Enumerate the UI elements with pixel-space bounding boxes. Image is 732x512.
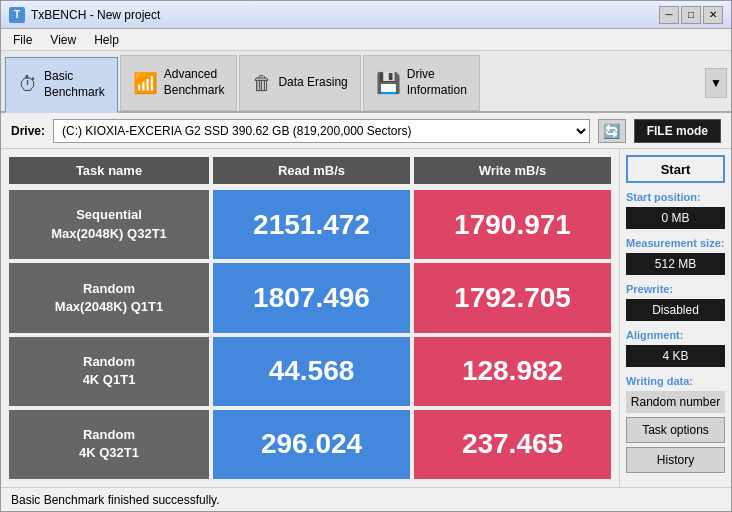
row-write-random-max: 1792.705 xyxy=(414,263,611,332)
measurement-size-value: 512 MB xyxy=(626,253,725,275)
basic-benchmark-label: BasicBenchmark xyxy=(44,69,105,100)
title-bar: T TxBENCH - New project ─ □ ✕ xyxy=(1,1,731,29)
menu-help[interactable]: Help xyxy=(86,31,127,49)
drive-label: Drive: xyxy=(11,124,45,138)
drive-bar: Drive: (C:) KIOXIA-EXCERIA G2 SSD 390.62… xyxy=(1,113,731,149)
alignment-value: 4 KB xyxy=(626,345,725,367)
basic-benchmark-icon: ⏱ xyxy=(18,73,38,96)
row-label-random-max: RandomMax(2048K) Q1T1 xyxy=(9,263,209,332)
drive-information-label: DriveInformation xyxy=(407,67,467,98)
header-task-name: Task name xyxy=(9,157,209,184)
toolbar-dropdown-button[interactable]: ▼ xyxy=(705,68,727,98)
menu-bar: File View Help xyxy=(1,29,731,51)
advanced-benchmark-icon: 📶 xyxy=(133,71,158,95)
table-row: Random4K Q1T1 44.568 128.982 xyxy=(9,337,611,406)
table-row: Random4K Q32T1 296.024 237.465 xyxy=(9,410,611,479)
row-write-random-4k: 128.982 xyxy=(414,337,611,406)
main-content: Task name Read mB/s Write mB/s Sequentia… xyxy=(1,149,731,487)
measurement-size-label: Measurement size: xyxy=(626,237,725,249)
row-read-random-max: 1807.496 xyxy=(213,263,410,332)
writing-data-value: Random number xyxy=(626,391,725,413)
title-bar-left: T TxBENCH - New project xyxy=(9,7,160,23)
status-bar: Basic Benchmark finished successfully. xyxy=(1,487,731,511)
status-text: Basic Benchmark finished successfully. xyxy=(11,493,220,507)
drive-refresh-button[interactable]: 🔄 xyxy=(598,119,626,143)
header-write: Write mB/s xyxy=(414,157,611,184)
tab-data-erasing[interactable]: 🗑 Data Erasing xyxy=(239,55,360,111)
row-read-random-4k-q32: 296.024 xyxy=(213,410,410,479)
history-button[interactable]: History xyxy=(626,447,725,473)
title-controls[interactable]: ─ □ ✕ xyxy=(659,6,723,24)
start-button[interactable]: Start xyxy=(626,155,725,183)
writing-data-label: Writing data: xyxy=(626,375,725,387)
app-icon: T xyxy=(9,7,25,23)
prewrite-label: Prewrite: xyxy=(626,283,725,295)
sidebar: Start Start position: 0 MB Measurement s… xyxy=(619,149,731,487)
data-erasing-label: Data Erasing xyxy=(278,75,347,91)
drive-information-icon: 💾 xyxy=(376,71,401,95)
close-button[interactable]: ✕ xyxy=(703,6,723,24)
row-label-sequential: SequentialMax(2048K) Q32T1 xyxy=(9,190,209,259)
row-read-sequential: 2151.472 xyxy=(213,190,410,259)
data-erasing-icon: 🗑 xyxy=(252,72,272,95)
benchmark-area: Task name Read mB/s Write mB/s Sequentia… xyxy=(1,149,619,487)
advanced-benchmark-label: AdvancedBenchmark xyxy=(164,67,225,98)
prewrite-value: Disabled xyxy=(626,299,725,321)
drive-select[interactable]: (C:) KIOXIA-EXCERIA G2 SSD 390.62 GB (81… xyxy=(53,119,590,143)
tab-advanced-benchmark[interactable]: 📶 AdvancedBenchmark xyxy=(120,55,238,111)
maximize-button[interactable]: □ xyxy=(681,6,701,24)
row-write-sequential: 1790.971 xyxy=(414,190,611,259)
row-read-random-4k: 44.568 xyxy=(213,337,410,406)
menu-view[interactable]: View xyxy=(42,31,84,49)
start-position-label: Start position: xyxy=(626,191,725,203)
row-label-random-4k-q32: Random4K Q32T1 xyxy=(9,410,209,479)
task-options-button[interactable]: Task options xyxy=(626,417,725,443)
tab-basic-benchmark[interactable]: ⏱ BasicBenchmark xyxy=(5,57,118,113)
start-position-value: 0 MB xyxy=(626,207,725,229)
menu-file[interactable]: File xyxy=(5,31,40,49)
header-read: Read mB/s xyxy=(213,157,410,184)
tab-drive-information[interactable]: 💾 DriveInformation xyxy=(363,55,480,111)
row-write-random-4k-q32: 237.465 xyxy=(414,410,611,479)
table-row: RandomMax(2048K) Q1T1 1807.496 1792.705 xyxy=(9,263,611,332)
window-title: TxBENCH - New project xyxy=(31,8,160,22)
minimize-button[interactable]: ─ xyxy=(659,6,679,24)
file-mode-button[interactable]: FILE mode xyxy=(634,119,721,143)
alignment-label: Alignment: xyxy=(626,329,725,341)
row-label-random-4k: Random4K Q1T1 xyxy=(9,337,209,406)
main-window: T TxBENCH - New project ─ □ ✕ File View … xyxy=(0,0,732,512)
toolbar: ⏱ BasicBenchmark 📶 AdvancedBenchmark 🗑 D… xyxy=(1,51,731,113)
table-row: SequentialMax(2048K) Q32T1 2151.472 1790… xyxy=(9,190,611,259)
table-header: Task name Read mB/s Write mB/s xyxy=(9,157,611,184)
